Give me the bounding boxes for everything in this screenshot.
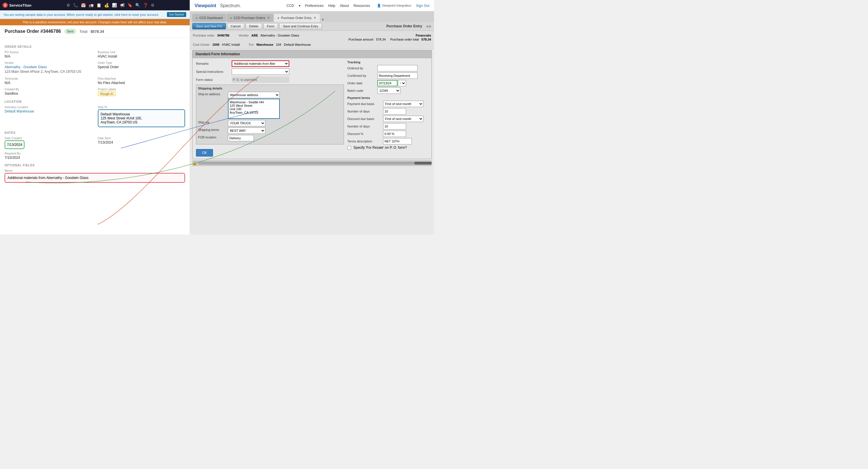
tab-entry-dot: ●	[277, 16, 279, 20]
project-labels-badge: Rough In	[98, 92, 185, 96]
ship-to-dropdown[interactable]: Warehouse address	[228, 92, 280, 98]
vp-topbar: Viewpoint Spectrum. CCD ▾ Preferences He…	[190, 0, 434, 11]
nav-icon-1[interactable]: ⚙	[66, 3, 70, 7]
get-started-button[interactable]: Get Started	[167, 12, 186, 17]
vp-logo-vp: Viewpoint	[194, 3, 216, 8]
nav-icon-8[interactable]: 📢	[120, 3, 125, 7]
ship-to-address-wrap: Warehouse address Warehouse - Seattle HH…	[228, 92, 280, 119]
nav-icon-10[interactable]: 🔍	[135, 3, 140, 7]
ship-via-select[interactable]: YOUR TRUCK	[228, 120, 265, 126]
order-date-dropdown[interactable]: ▾	[398, 80, 406, 86]
tab-entry-close[interactable]: ✕	[313, 16, 316, 20]
shipping-terms-label: Shipping terms	[198, 127, 227, 131]
ship-to-address-label: Ship-to address	[198, 92, 227, 96]
batch-code-select[interactable]: 12345	[377, 88, 400, 94]
tab-ccd-dashboard[interactable]: ● CCD Dashboard	[192, 14, 226, 22]
resale-checkbox[interactable]	[347, 146, 351, 150]
nav-icon-2[interactable]: 📞	[73, 3, 78, 7]
date-created-label: Date Created	[5, 137, 92, 140]
nav-icon-5[interactable]: 📋	[96, 3, 101, 7]
tab-add-button[interactable]: +	[321, 17, 324, 22]
nav-signout[interactable]: Sign Out	[416, 4, 429, 8]
discount-pct-input[interactable]	[383, 131, 406, 137]
order-type-field: Order Type Special Order	[98, 61, 185, 74]
discount-basis-select[interactable]: First of next month	[383, 116, 423, 122]
remarks-select[interactable]: Additional materials from Abe	[232, 60, 289, 67]
optional-section-title: OPTIONAL FIELDS	[5, 164, 185, 167]
order-details-grid: PO Source N/A Business Unit HVAC Install…	[5, 51, 185, 96]
total-label: Total	[80, 29, 87, 34]
discount-days-label: Number of days	[347, 125, 382, 128]
po-source-value: N/A	[5, 54, 92, 58]
batch-code-label: Batch code	[347, 89, 376, 92]
terms-desc-label: Terms description	[347, 139, 382, 143]
ship-addr-line4: AnyTown, CA 19703	[230, 111, 278, 114]
delete-button[interactable]: Delete	[246, 23, 262, 29]
tab-po-close[interactable]: ✕	[267, 16, 270, 20]
ship-to-address-box: Warehouse - Seattle HH 125 West Street U…	[228, 99, 280, 119]
save-new-po-button[interactable]: Save and New PO	[192, 23, 226, 29]
nav-resources[interactable]: Resources	[353, 4, 370, 8]
vp-scrollbar[interactable]	[198, 162, 432, 164]
st-topbar: S ServiceTitan ⚙ 📞 📅 🚛 📋 💰 📊 📢 🔖 🔍 ❓ ⚙	[0, 0, 190, 10]
ordered-by-input[interactable]	[377, 65, 417, 71]
tab-po-entry[interactable]: ● Purchase Order Entry ✕	[274, 14, 320, 22]
created-by-value: Sandbox	[5, 92, 92, 96]
inventory-location-field: Inventory Location Default Warehouse	[5, 105, 92, 127]
nav-icon-11[interactable]: ❓	[143, 3, 148, 7]
ordered-by-row: Ordered by	[347, 65, 428, 71]
vendor-name: Abernathy - Goodwin Glass	[260, 34, 299, 37]
dates-section-title: DATES	[5, 131, 185, 134]
st-logo-text: ServiceTitan	[9, 3, 31, 7]
dialog-body: Remarks Additional materials from Abe Sp…	[192, 58, 431, 159]
nav-icon-12[interactable]: ⚙	[151, 3, 155, 7]
technician-field: Technician N/A	[5, 77, 92, 85]
resale-label: Specify 'For Resale' on P. O. form?	[353, 146, 407, 150]
purchase-amount-label: Purchase amount	[348, 38, 373, 41]
nav-help[interactable]: Help	[328, 4, 335, 8]
vp-scrollbar-thumb[interactable]	[414, 162, 432, 164]
nav-icon-7[interactable]: 📊	[112, 3, 117, 7]
save-continue-button[interactable]: Save and Continue Entry	[279, 23, 322, 29]
due-days-input[interactable]	[383, 108, 406, 115]
discount-days-input[interactable]	[383, 123, 406, 129]
nav-icon-4[interactable]: 🚛	[89, 3, 94, 7]
st-sandbox-bar: This is a sandbox environment, not your …	[0, 19, 190, 25]
cancel-button[interactable]: Cancel	[227, 23, 244, 29]
nav-preferences[interactable]: Preferences	[305, 4, 324, 8]
terms-desc-input[interactable]	[383, 138, 412, 145]
nav-icon-3[interactable]: 📅	[81, 3, 86, 7]
nav-ccd[interactable]: CCD	[287, 4, 294, 8]
tracking-title: Tracking	[347, 60, 428, 64]
po-source-label: PO Source	[5, 51, 92, 54]
inventory-location-value[interactable]: Default Warehouse	[5, 110, 92, 113]
st-content: ORDER DETAILS PO Source N/A Business Uni…	[0, 38, 190, 234]
vp-nav: CCD ▾ Preferences Help About Resources 👤…	[287, 4, 429, 8]
confirmed-by-input[interactable]	[377, 72, 417, 79]
cost-center-label: Cost Center	[193, 43, 210, 46]
vendor-value[interactable]: Abernathy - Goodwin Glass	[5, 65, 92, 69]
nav-icon-6[interactable]: 💰	[104, 3, 109, 7]
payment-due-basis-select[interactable]: First of next month	[383, 101, 423, 107]
po-source-field: PO Source N/A	[5, 51, 92, 58]
st-nav-icons: ⚙ 📞 📅 🚛 📋 💰 📊 📢 🔖 🔍 ❓ ⚙	[34, 3, 187, 7]
technician-value: N/A	[5, 81, 92, 85]
form-button[interactable]: Form	[264, 23, 278, 29]
order-date-input[interactable]	[377, 80, 398, 86]
fob-location-input[interactable]	[228, 135, 254, 141]
standard-form-dialog: Standard Form Information Remarks Additi…	[192, 50, 432, 159]
location-grid: Inventory Location Default Warehouse Shi…	[5, 105, 185, 127]
ok-button[interactable]: OK	[196, 149, 213, 157]
nav-about[interactable]: About	[340, 4, 349, 8]
servicetitan-panel: S ServiceTitan ⚙ 📞 📅 🚛 📋 💰 📊 📢 🔖 🔍 ❓ ⚙ Y…	[0, 0, 190, 234]
date-sent-label: Date Sent	[98, 137, 185, 140]
po-number-value: 3446786	[217, 34, 229, 37]
vendor-field: Vendor Abernathy - Goodwin Glass 123 Mai…	[5, 61, 92, 74]
tab-ccd-purchase-orders[interactable]: ● CCD Purchase Orders ✕	[226, 14, 273, 22]
nav-icon-9[interactable]: 🔖	[127, 3, 132, 7]
tab-entry-label: Purchase Order Entry	[281, 16, 312, 20]
shipping-terms-select[interactable]: BEST WAY	[228, 127, 265, 134]
special-instructions-select[interactable]	[232, 68, 289, 75]
scroll-lock-icon[interactable]: 🔒	[192, 161, 197, 165]
project-labels-label: Project Labels	[98, 88, 185, 91]
